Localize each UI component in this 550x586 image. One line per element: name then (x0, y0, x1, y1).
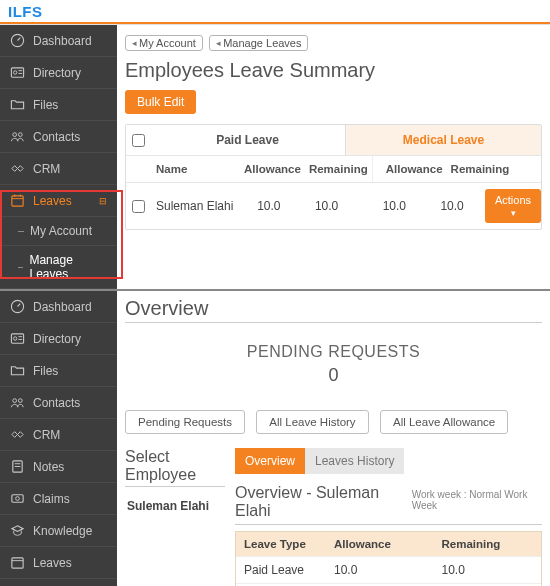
money-icon (10, 491, 25, 506)
employee-selector: Select Employee Suleman Elahi (125, 448, 225, 519)
pill-history[interactable]: All Leave History (256, 410, 368, 434)
cell-name: Suleman Elahi (150, 199, 240, 213)
cell-med-allow: 10.0 (366, 199, 424, 213)
calendar-icon (10, 193, 25, 208)
sidebar-label: Leaves (33, 556, 72, 570)
sidebar-label: Files (33, 364, 58, 378)
select-all-checkbox[interactable] (132, 134, 145, 147)
calendar-icon (10, 555, 25, 570)
sidebar-item-crm[interactable]: CRM (0, 153, 117, 185)
folder-icon (10, 97, 25, 112)
sidebar-item-claims[interactable]: Claims (0, 483, 117, 515)
sidebar-top: Dashboard Directory Files Contacts CRM (0, 25, 117, 289)
svg-point-7 (18, 133, 22, 137)
employee-item[interactable]: Suleman Elahi (125, 493, 225, 519)
mini-cell-rem: 10.0 (434, 557, 542, 583)
sidebar-label: Directory (33, 332, 81, 346)
sidebar-label: Claims (33, 492, 70, 506)
work-week-label: Work week : Normal Work Week (412, 489, 542, 511)
sidebar-item-directory[interactable]: Directory (0, 57, 117, 89)
svg-point-19 (18, 399, 22, 403)
sidebar-item-notes[interactable]: Notes (0, 451, 117, 483)
handshake-icon (10, 161, 25, 176)
svg-line-1 (18, 38, 21, 41)
svg-point-6 (13, 133, 17, 137)
sidebar-sub-my-account[interactable]: My Account (0, 579, 117, 586)
svg-point-24 (16, 497, 20, 501)
tab-leaves-history[interactable]: Leaves History (305, 448, 404, 474)
sidebar-item-leaves[interactable]: Leaves (0, 547, 117, 579)
leave-detail-table: Leave Type Allowance Remaining Paid Leav… (235, 531, 542, 586)
mini-col-type: Leave Type (236, 532, 326, 556)
table-row: Suleman Elahi 10.0 10.0 10.0 10.0 Action… (126, 183, 541, 229)
pill-allowance[interactable]: All Leave Allowance (380, 410, 508, 434)
main-top: My Account Manage Leaves Employees Leave… (117, 25, 550, 289)
sidebar-bottom: Dashboard Directory Files Contacts CRM N… (0, 291, 117, 586)
sidebar-item-leaves[interactable]: Leaves ⊟ (0, 185, 117, 217)
region-top: Dashboard Directory Files Contacts CRM (0, 25, 550, 289)
mini-col-allow: Allowance (326, 532, 434, 556)
gauge-icon (10, 299, 25, 314)
svg-line-13 (18, 304, 21, 307)
mini-col-rem: Remaining (434, 532, 542, 556)
sidebar-label: Notes (33, 460, 64, 474)
sidebar-label: Contacts (33, 396, 80, 410)
mini-cell-type: Paid Leave (236, 557, 326, 583)
sidebar-item-dashboard[interactable]: Dashboard (0, 291, 117, 323)
sidebar-sub-manage-leaves[interactable]: Manage Leaves (0, 246, 117, 289)
sidebar-item-directory[interactable]: Directory (0, 323, 117, 355)
cell-paid-allow: 10.0 (240, 199, 298, 213)
mini-cell-allow: 10.0 (326, 557, 434, 583)
handshake-icon (10, 427, 25, 442)
row-actions-button[interactable]: Actions (485, 189, 541, 223)
pending-requests: PENDING REQUESTS 0 (125, 333, 542, 404)
note-icon (10, 459, 25, 474)
detail-tabs: Overview Leaves History (235, 448, 542, 474)
group-medical-leave: Medical Leave (346, 125, 541, 155)
breadcrumb-my-account[interactable]: My Account (125, 35, 203, 51)
col-name: Name (150, 156, 240, 182)
id-card-icon (10, 65, 25, 80)
row-checkbox[interactable] (132, 200, 145, 213)
pending-label: PENDING REQUESTS (125, 343, 542, 361)
sidebar-item-knowledge[interactable]: Knowledge (0, 515, 117, 547)
sidebar-item-contacts[interactable]: Contacts (0, 387, 117, 419)
pill-pending[interactable]: Pending Requests (125, 410, 245, 434)
group-paid-leave: Paid Leave (150, 125, 346, 155)
cell-paid-rem: 10.0 (298, 199, 356, 213)
sidebar-item-files[interactable]: Files (0, 355, 117, 387)
sidebar-item-contacts[interactable]: Contacts (0, 121, 117, 153)
sidebar-item-crm[interactable]: CRM (0, 419, 117, 451)
region-bottom: Dashboard Directory Files Contacts CRM N… (0, 289, 550, 586)
detail-title: Overview - Suleman Elahi (235, 484, 402, 520)
select-employee-title: Select Employee (125, 448, 225, 487)
svg-rect-8 (12, 196, 23, 206)
bullet-icon (18, 267, 23, 268)
sidebar-label: Files (33, 98, 58, 112)
pending-count: 0 (125, 365, 542, 386)
col-med-rem: Remaining (447, 156, 514, 182)
breadcrumb-manage-leaves[interactable]: Manage Leaves (209, 35, 308, 51)
mini-row: Paid Leave 10.0 10.0 (236, 556, 541, 583)
summary-table: Paid Leave Medical Leave Name Allowance … (125, 124, 542, 230)
sidebar-label: CRM (33, 162, 60, 176)
sidebar-item-files[interactable]: Files (0, 89, 117, 121)
gauge-icon (10, 33, 25, 48)
app-brand: ILFS (0, 0, 550, 22)
col-paid-allow: Allowance (240, 156, 305, 182)
sidebar-label: Dashboard (33, 34, 92, 48)
sidebar-label: Directory (33, 66, 81, 80)
overview-title: Overview (125, 297, 542, 323)
filter-pills: Pending Requests All Leave History All L… (125, 410, 542, 434)
tab-overview[interactable]: Overview (235, 448, 305, 474)
svg-rect-23 (12, 495, 23, 503)
sidebar-sub-my-account[interactable]: My Account (0, 217, 117, 246)
sidebar-sub-label: Manage Leaves (29, 253, 107, 281)
sidebar-label: Dashboard (33, 300, 92, 314)
breadcrumb: My Account Manage Leaves (125, 35, 542, 51)
id-card-icon (10, 331, 25, 346)
bulk-edit-button[interactable]: Bulk Edit (125, 90, 196, 114)
users-icon (10, 395, 25, 410)
sidebar-item-dashboard[interactable]: Dashboard (0, 25, 117, 57)
svg-point-15 (13, 337, 16, 340)
